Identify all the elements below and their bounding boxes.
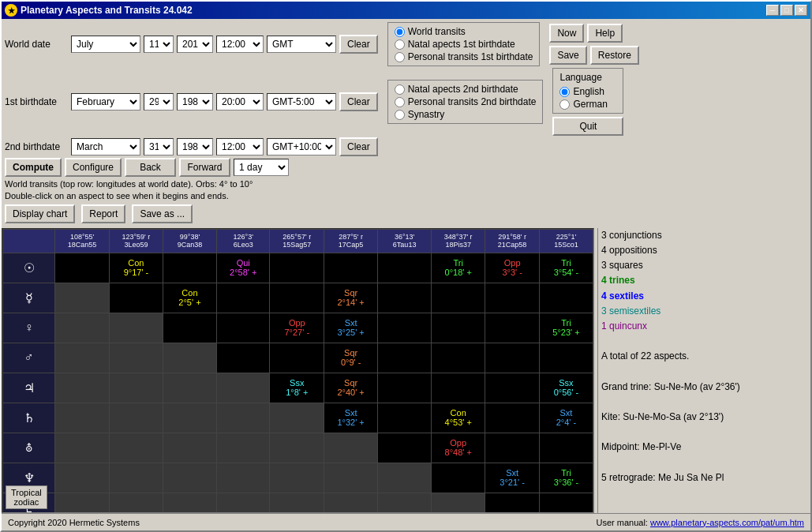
planet-saturn: ♄ [3,403,55,433]
save-button[interactable]: Save [549,46,586,65]
birthdate2-clear-button[interactable]: Clear [339,137,378,156]
cell-3-5[interactable]: Opp7°27' - [270,313,324,343]
birthdate2-tz[interactable]: GMT+10:00 [267,138,336,155]
minimize-button[interactable]: ─ [766,5,779,16]
cell-6-6[interactable]: Sxt1°32' + [324,403,378,433]
option-world-transits: World transits [395,26,533,37]
squares-label: 3 squares [601,258,810,273]
option-personal-2-radio[interactable] [395,97,405,107]
option-synastry-radio[interactable] [395,110,405,120]
cell-1-4[interactable]: Qui2°58' + [217,253,270,283]
cell-7-7 [378,433,432,463]
cell-5-5[interactable]: Ssx1°8' + [270,373,324,403]
help-button[interactable]: Help [587,24,623,43]
option-personal-1-radio[interactable] [395,52,405,62]
options-panel-2: Natal apects 2nd birthdate Personal tran… [387,80,544,124]
cell-1-1 [55,253,110,283]
row-uranus: ⛢ Opp8°48' + [3,433,593,463]
birthdate1-label: 1st birthdate [5,96,68,107]
cell-4-6[interactable]: Sqr0°9' - [324,343,378,373]
birthdate1-tz[interactable]: GMT-5:00 [267,93,336,111]
cell-7-5 [270,433,324,463]
sextiles-label: 4 sextiles [601,290,644,302]
cell-5-9 [485,373,540,403]
compute-button[interactable]: Compute [5,158,62,177]
cell-7-9 [485,433,540,463]
language-english-radio[interactable] [559,87,570,97]
back-button[interactable]: Back [125,158,176,177]
display-chart-button[interactable]: Display chart [5,204,75,223]
cell-1-10[interactable]: Tri3°54' - [539,253,593,283]
cell-1-2[interactable]: Con9°17' - [109,253,163,283]
planet-uranus: ⛢ [3,433,55,463]
interval-select[interactable]: 1 day 1 week 1 month [234,159,289,176]
cell-9-8 [432,493,485,512]
quit-button[interactable]: Quit [552,117,623,136]
cell-5-6[interactable]: Sqr2°40' + [324,373,378,403]
language-german-radio[interactable] [559,99,570,110]
main-window: ★ Planetary Aspects and Transits 24.042 … [0,0,812,532]
row-pluto: ♇ [3,493,593,512]
cell-6-5 [270,403,324,433]
cell-2-3[interactable]: Con2°5' + [163,283,216,313]
birthdate1-clear-button[interactable]: Clear [339,92,378,111]
header-row: 108°55'18Can55 123°59' r3Leo59 99°38'9Ca… [3,229,593,253]
now-button[interactable]: Now [549,24,584,43]
cell-5-10[interactable]: Ssx0°56' - [539,373,593,403]
restore-button[interactable]: Restore [590,46,639,65]
planet-jupiter: ♃ [3,373,55,403]
birthdate2-month[interactable]: March [71,138,140,155]
cell-2-6[interactable]: Sqr2°14' + [324,283,378,313]
birthdate2-year[interactable]: 1984 [177,138,213,155]
configure-button[interactable]: Configure [65,158,122,177]
birthdate2-time[interactable]: 12:00 [216,138,264,155]
grid-container: 108°55'18Can55 123°59' r3Leo59 99°38'9Ca… [2,228,594,513]
world-date-year[interactable]: 2019 [177,36,213,53]
cell-8-5 [270,463,324,493]
world-date-day[interactable]: 11 [144,36,174,53]
trines-label: 4 trines [601,275,635,286]
language-english-label: English [573,86,604,97]
cell-4-3 [163,343,216,373]
cell-6-10[interactable]: Sxt2°4' - [539,403,593,433]
option-natal-2-radio[interactable] [395,84,405,95]
maximize-button[interactable]: □ [780,5,793,16]
aspect-sqr-2-6: Sqr2°14' + [337,288,364,307]
world-date-time[interactable]: 12:00 [216,36,264,53]
cell-1-5 [270,253,324,283]
report-button[interactable]: Report [81,204,125,223]
language-label: Language [559,72,616,83]
cell-1-9[interactable]: Opp3°3' - [485,253,540,283]
birthdate2-day[interactable]: 31 [144,138,174,155]
close-button[interactable]: ✕ [795,5,807,16]
save-as-button[interactable]: Save as ... [132,204,193,223]
grand-trine-label: Grand trine: Su-Ne-Mo (av 2°36') [601,380,810,395]
world-date-month[interactable]: JulyJanuaryFebruaryMarch AprilMayJune Au… [71,36,140,53]
cell-3-2 [109,313,163,343]
cell-3-10[interactable]: Tri5°23' + [539,313,593,343]
cell-4-4 [217,343,270,373]
birthdate1-day[interactable]: 29 [144,93,174,111]
cell-8-9[interactable]: Sxt3°21' - [485,463,540,493]
cell-2-9 [485,283,540,313]
birthdate1-month[interactable]: February [71,93,140,111]
cell-3-6[interactable]: Sxt3°25' + [324,313,378,343]
user-manual-link[interactable]: www.planetary-aspects.com/pat/um.htm [650,518,804,527]
cell-6-8[interactable]: Con4°53' + [432,403,485,433]
world-date-clear-button[interactable]: Clear [339,35,378,54]
cell-3-8 [432,313,485,343]
aspect-sqr-5-6: Sqr2°40' + [337,378,364,397]
forward-button[interactable]: Forward [179,158,230,177]
aspect-sqr-4-6: Sqr0°9' - [341,348,361,367]
option-world-transits-radio[interactable] [395,27,405,37]
aspect-grid[interactable]: 108°55'18Can55 123°59' r3Leo59 99°38'9Ca… [2,229,593,512]
cell-4-9 [485,343,540,373]
cell-8-10[interactable]: Tri3°36' - [539,463,593,493]
birthdate1-year[interactable]: 1980 [177,93,213,111]
cell-7-8[interactable]: Opp8°48' + [432,433,485,463]
birthdate1-time[interactable]: 20:00 [216,93,264,111]
cell-1-8[interactable]: Tri0°18' + [432,253,485,283]
world-date-tz[interactable]: GMT [267,36,336,53]
option-natal-1-radio[interactable] [395,39,405,50]
cell-5-7 [378,373,432,403]
